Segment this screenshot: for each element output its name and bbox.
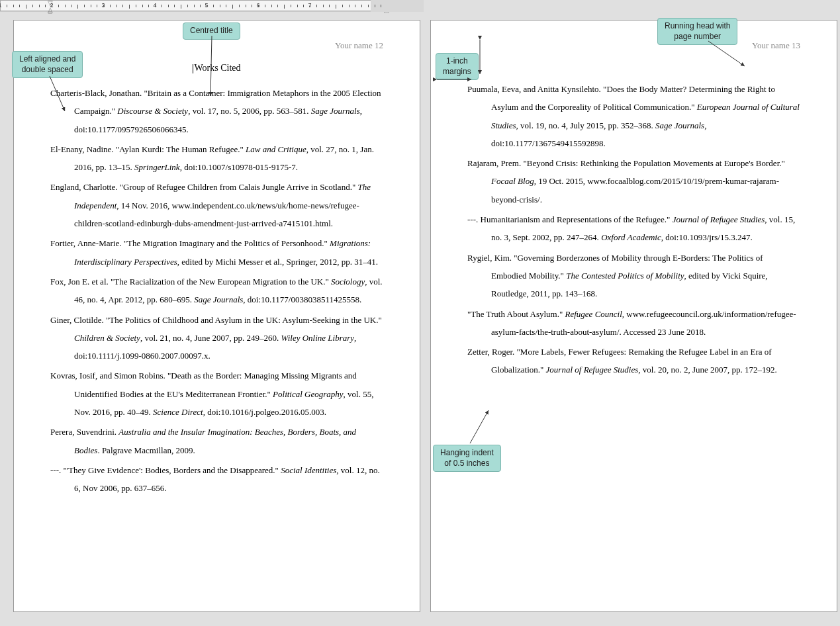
running-head-left: Your name 12: [50, 40, 383, 51]
citation-entry[interactable]: ---. "'They Give Evidence': Bodies, Bord…: [50, 461, 383, 498]
horizontal-ruler: ▽ △ ▭ △ 1234567: [0, 0, 424, 12]
citation-entry[interactable]: Rajaram, Prem. "Beyond Crisis: Rethinkin…: [467, 154, 800, 208]
ruler-ticks: ▽ △ ▭ △ 1234567: [0, 0, 424, 11]
document-page-right: Your name 13 Puumala, Eeva, and Anitta K…: [430, 20, 837, 612]
running-head-right: Your name 13: [467, 40, 800, 51]
citation-entry[interactable]: "The Truth About Asylum." Refugee Counci…: [467, 305, 800, 341]
document-page-left: Your name 12 Works Cited Charteris-Black…: [13, 20, 420, 612]
citation-entry[interactable]: ---. Humanitarianism and Representations…: [467, 210, 800, 247]
citation-entry[interactable]: Zetter, Roger. "More Labels, Fewer Refug…: [467, 343, 800, 379]
citation-entry[interactable]: Fortier, Anne-Marie. "The Migration Imag…: [50, 234, 383, 271]
citation-entry[interactable]: Giner, Clotilde. "The Politics of Childh…: [50, 311, 383, 365]
label-running-head: Running head withpage number: [657, 18, 737, 45]
entries-right[interactable]: Puumala, Eeva, and Anitta Kynsilehto. "D…: [467, 80, 800, 379]
label-hanging-indent: Hanging indentof 0.5 inches: [433, 445, 501, 472]
label-margins: 1-inchmargins: [436, 53, 479, 80]
citation-entry[interactable]: Kovras, Iosif, and Simon Robins. "Death …: [50, 367, 383, 421]
label-centred-title: Centred title: [183, 22, 240, 40]
label-left-aligned: Left aligned anddouble spaced: [12, 51, 83, 78]
citation-entry[interactable]: Fox, Jon E. et al. "The Racialization of…: [50, 273, 383, 309]
works-cited-title[interactable]: Works Cited: [50, 63, 383, 73]
citation-entry[interactable]: Rygiel, Kim. "Governing Borderzones of M…: [467, 249, 800, 303]
ruler-indent-base[interactable]: ▭: [48, 9, 53, 15]
citation-entry[interactable]: Puumala, Eeva, and Anitta Kynsilehto. "D…: [467, 80, 800, 152]
citation-entry[interactable]: El-Enany, Nadine. "Aylan Kurdi: The Huma…: [50, 140, 383, 177]
citation-entry[interactable]: Perera, Suvendrini. Australia and the In…: [50, 423, 383, 459]
citation-entry[interactable]: England, Charlotte. "Group of Refugee Ch…: [50, 178, 383, 232]
citation-entry[interactable]: Charteris-Black, Jonathan. "Britain as a…: [50, 84, 383, 138]
entries-left[interactable]: Charteris-Black, Jonathan. "Britain as a…: [50, 84, 383, 498]
